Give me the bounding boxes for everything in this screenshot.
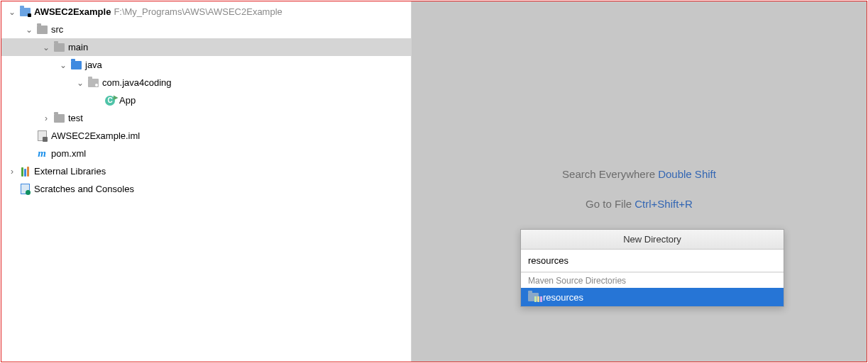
chevron-placeholder: · <box>23 131 35 141</box>
tree-node-main[interactable]: ⌄ main <box>1 38 411 56</box>
package-label: com.java4coding <box>102 77 172 88</box>
folder-icon <box>35 23 48 36</box>
hint-goto-file: Go to File Ctrl+Shift+R <box>412 198 867 210</box>
tree-node-package[interactable]: ⌄ com.java4coding <box>1 74 411 91</box>
project-folder-icon <box>18 6 31 18</box>
folder-label: main <box>68 42 88 52</box>
tree-node-pom[interactable]: · m pom.xml <box>1 145 411 162</box>
project-name: AWSEC2Example <box>34 6 111 17</box>
resources-folder-icon <box>528 293 539 301</box>
file-label: AWSEC2Example.iml <box>51 130 140 141</box>
editor-empty-area: Search Everywhere Double Shift Go to Fil… <box>412 1 867 362</box>
project-path: F:\My_Programs\AWS\AWSEC2Example <box>114 6 282 17</box>
popup-section-header: Maven Source Directories <box>521 272 784 288</box>
class-label: App <box>119 95 136 106</box>
iml-file-icon <box>35 130 48 143</box>
hint-search-everywhere: Search Everywhere Double Shift <box>412 168 867 180</box>
chevron-down-icon[interactable]: ⌄ <box>57 60 70 70</box>
folder-icon <box>53 112 65 125</box>
directory-name-input[interactable] <box>528 255 776 266</box>
chevron-right-icon[interactable]: › <box>40 113 53 123</box>
class-runnable-icon: C <box>104 94 116 107</box>
project-tree-panel[interactable]: ⌄ AWSEC2Example F:\My_Programs\AWS\AWSEC… <box>1 1 412 362</box>
tree-node-test[interactable]: › test <box>1 109 411 127</box>
popup-option-resources[interactable]: resources <box>521 288 784 306</box>
hint-label: Search Everywhere <box>562 168 658 180</box>
libraries-icon <box>18 165 31 178</box>
popup-input-wrapper <box>521 250 784 272</box>
node-label: Scratches and Consoles <box>34 184 134 194</box>
tree-node-external-libraries[interactable]: › External Libraries <box>1 162 411 180</box>
hint-shortcut: Ctrl+Shift+R <box>634 198 693 210</box>
popup-title: New Directory <box>521 230 784 250</box>
folder-label: java <box>85 60 102 70</box>
tree-node-project[interactable]: ⌄ AWSEC2Example F:\My_Programs\AWS\AWSEC… <box>1 3 411 21</box>
chevron-down-icon[interactable]: ⌄ <box>23 25 35 35</box>
tree-node-iml[interactable]: · AWSEC2Example.iml <box>1 127 411 145</box>
ide-window: ⌄ AWSEC2Example F:\My_Programs\AWS\AWSEC… <box>1 1 867 362</box>
folder-label: test <box>68 113 83 123</box>
chevron-down-icon[interactable]: ⌄ <box>6 7 18 17</box>
chevron-down-icon[interactable]: ⌄ <box>74 78 87 88</box>
scratches-icon <box>18 183 31 196</box>
tree-node-class[interactable]: · C App <box>1 91 411 109</box>
hint-shortcut: Double Shift <box>658 168 716 180</box>
chevron-right-icon[interactable]: › <box>6 167 18 177</box>
popup-option-label: resources <box>543 292 583 303</box>
tree-node-scratches[interactable]: · Scratches and Consoles <box>1 180 411 198</box>
source-folder-icon <box>70 59 82 72</box>
maven-file-icon: m <box>35 147 48 160</box>
node-label: External Libraries <box>34 166 106 177</box>
chevron-placeholder: · <box>6 184 18 194</box>
chevron-placeholder: · <box>91 96 104 106</box>
folder-label: src <box>51 24 63 35</box>
chevron-placeholder: · <box>23 149 35 159</box>
tree-node-src[interactable]: ⌄ src <box>1 21 411 38</box>
package-icon <box>87 77 99 89</box>
new-directory-popup: New Directory Maven Source Directories r… <box>520 229 784 307</box>
chevron-down-icon[interactable]: ⌄ <box>40 43 53 52</box>
editor-hints: Search Everywhere Double Shift Go to Fil… <box>412 168 867 228</box>
tree-node-java[interactable]: ⌄ java <box>1 56 411 74</box>
hint-label: Go to File <box>586 198 634 210</box>
folder-icon <box>53 41 65 54</box>
file-label: pom.xml <box>51 148 86 159</box>
